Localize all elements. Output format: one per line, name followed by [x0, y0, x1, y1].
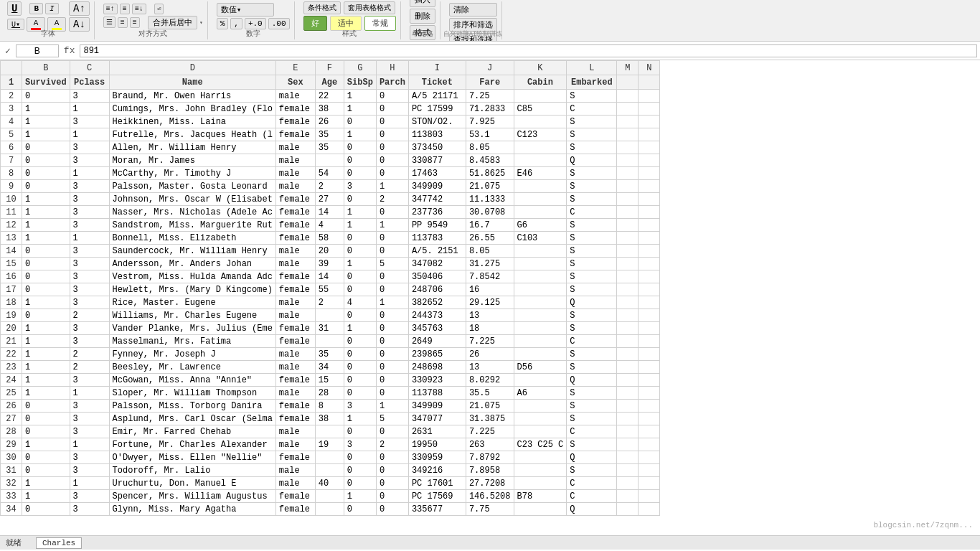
- cell-sex[interactable]: male: [275, 425, 315, 438]
- cell-embarked[interactable]: S: [567, 128, 617, 141]
- cell-pclass[interactable]: 3: [70, 464, 109, 477]
- cell-ticket[interactable]: 347077: [408, 413, 466, 425]
- cell-m[interactable]: [617, 348, 639, 361]
- cell-name[interactable]: O'Dwyer, Miss. Ellen "Nellie": [109, 451, 275, 464]
- cell-pclass[interactable]: 3: [70, 270, 109, 283]
- cell-sibsp[interactable]: 0: [344, 361, 376, 374]
- cell-embarked[interactable]: Q: [567, 451, 617, 464]
- cell-sibsp[interactable]: 0: [344, 116, 376, 128]
- cell-age[interactable]: [315, 503, 344, 516]
- cell-age[interactable]: 39: [315, 258, 344, 270]
- cell-cabin[interactable]: [514, 464, 567, 477]
- cell-fare[interactable]: 8.05: [466, 245, 514, 258]
- cell-m[interactable]: [617, 154, 639, 167]
- cell-m[interactable]: [617, 193, 639, 206]
- cell-age[interactable]: [315, 451, 344, 464]
- merge-btn[interactable]: 合并后居中: [148, 16, 197, 29]
- cell-n[interactable]: [639, 490, 660, 503]
- cell-pclass[interactable]: 3: [70, 503, 109, 516]
- cell-cabin[interactable]: [514, 180, 567, 193]
- cell-cabin[interactable]: D56: [514, 361, 567, 374]
- cell-ticket[interactable]: 17463: [408, 167, 466, 180]
- cell-sibsp[interactable]: 3: [344, 400, 376, 413]
- cell-embarked[interactable]: S: [567, 400, 617, 413]
- cell-ticket[interactable]: 237736: [408, 206, 466, 219]
- cell-pclass[interactable]: 3: [70, 141, 109, 154]
- cell-sex[interactable]: female: [275, 322, 315, 335]
- cell-survived[interactable]: 0: [22, 270, 70, 283]
- cell-parch[interactable]: 0: [376, 103, 408, 116]
- cell-age[interactable]: 2: [315, 180, 344, 193]
- cell-sibsp[interactable]: 1: [344, 322, 376, 335]
- cell-sex[interactable]: male: [275, 387, 315, 400]
- cell-name[interactable]: Andersson, Mr. Anders Johan: [109, 258, 275, 270]
- cell-pclass[interactable]: 3: [70, 206, 109, 219]
- cell-reference-input[interactable]: [16, 44, 59, 57]
- cell-m[interactable]: [617, 425, 639, 438]
- cell-ticket[interactable]: 382652: [408, 296, 466, 309]
- cell-name[interactable]: Braund, Mr. Owen Harris: [109, 90, 275, 103]
- cell-cabin[interactable]: [514, 413, 567, 425]
- cell-pclass[interactable]: 3: [70, 258, 109, 270]
- cell-survived[interactable]: 1: [22, 361, 70, 374]
- cell-cabin[interactable]: [514, 309, 567, 322]
- cell-embarked[interactable]: C: [567, 103, 617, 116]
- table-row[interactable]: 26 0 3 Palsson, Miss. Torborg Danira fem…: [1, 400, 660, 413]
- cell-sex[interactable]: female: [275, 270, 315, 283]
- cell-embarked[interactable]: S: [567, 348, 617, 361]
- table-row[interactable]: 10 1 3 Johnson, Mrs. Oscar W (Elisabet f…: [1, 193, 660, 206]
- cell-sibsp[interactable]: 3: [344, 180, 376, 193]
- cell-cabin[interactable]: A6: [514, 387, 567, 400]
- cell-n[interactable]: [639, 270, 660, 283]
- cell-n[interactable]: [639, 413, 660, 425]
- cell-sibsp[interactable]: 0: [344, 477, 376, 490]
- cell-parch[interactable]: 1: [376, 219, 408, 232]
- cell-sibsp[interactable]: 0: [344, 154, 376, 167]
- cell-fare[interactable]: 27.7208: [466, 477, 514, 490]
- table-format-btn[interactable]: 套用表格格式: [344, 1, 395, 14]
- cell-cabin[interactable]: C103: [514, 232, 567, 245]
- header-survived[interactable]: Survived: [22, 75, 70, 90]
- cell-parch[interactable]: 0: [376, 270, 408, 283]
- cell-cabin[interactable]: C23 C25 C: [514, 438, 567, 451]
- table-row[interactable]: 6 0 3 Allen, Mr. William Henry male 35 0…: [1, 141, 660, 154]
- cell-fare[interactable]: 7.75: [466, 503, 514, 516]
- cell-survived[interactable]: 0: [22, 503, 70, 516]
- cell-n[interactable]: [639, 128, 660, 141]
- cell-sibsp[interactable]: 0: [344, 167, 376, 180]
- cell-ticket[interactable]: 244373: [408, 309, 466, 322]
- cell-pclass[interactable]: 1: [70, 438, 109, 451]
- cell-cabin[interactable]: [514, 348, 567, 361]
- comma-btn[interactable]: ,: [230, 18, 242, 29]
- cell-sex[interactable]: female: [275, 490, 315, 503]
- cell-name[interactable]: Saundercock, Mr. William Henry: [109, 245, 275, 258]
- cell-sex[interactable]: female: [275, 232, 315, 245]
- table-row[interactable]: 21 1 3 Masselmani, Mrs. Fatima female 0 …: [1, 335, 660, 348]
- align-right-btn[interactable]: ≡: [130, 17, 140, 28]
- cell-m[interactable]: [617, 335, 639, 348]
- cell-parch[interactable]: 0: [376, 503, 408, 516]
- cell-ticket[interactable]: PC 17569: [408, 490, 466, 503]
- cell-embarked[interactable]: S: [567, 232, 617, 245]
- table-row[interactable]: 30 0 3 O'Dwyer, Miss. Ellen "Nellie" fem…: [1, 451, 660, 464]
- table-row[interactable]: 32 1 1 Uruchurtu, Don. Manuel E male 40 …: [1, 477, 660, 490]
- cell-n[interactable]: [639, 141, 660, 154]
- cell-survived[interactable]: 1: [22, 116, 70, 128]
- col-header-k[interactable]: K: [514, 61, 567, 75]
- align-mid-btn[interactable]: ≡: [120, 4, 130, 14]
- table-row[interactable]: 29 1 1 Fortune, Mr. Charles Alexander ma…: [1, 438, 660, 451]
- cell-pclass[interactable]: 2: [70, 309, 109, 322]
- cell-sex[interactable]: female: [275, 219, 315, 232]
- cell-age[interactable]: 15: [315, 374, 344, 387]
- cell-m[interactable]: [617, 413, 639, 425]
- cell-ticket[interactable]: 113803: [408, 128, 466, 141]
- cell-m[interactable]: [617, 400, 639, 413]
- cell-fare[interactable]: 26.55: [466, 232, 514, 245]
- cell-n[interactable]: [639, 206, 660, 219]
- table-row[interactable]: 12 1 3 Sandstrom, Miss. Marguerite Rut f…: [1, 219, 660, 232]
- cell-fare[interactable]: 35.5: [466, 387, 514, 400]
- col-header-f[interactable]: F: [315, 61, 344, 75]
- cell-ticket[interactable]: 335677: [408, 503, 466, 516]
- table-row[interactable]: 22 1 2 Fynney, Mr. Joseph J male 35 0 0 …: [1, 348, 660, 361]
- table-row[interactable]: 25 1 1 Sloper, Mr. William Thompson male…: [1, 387, 660, 400]
